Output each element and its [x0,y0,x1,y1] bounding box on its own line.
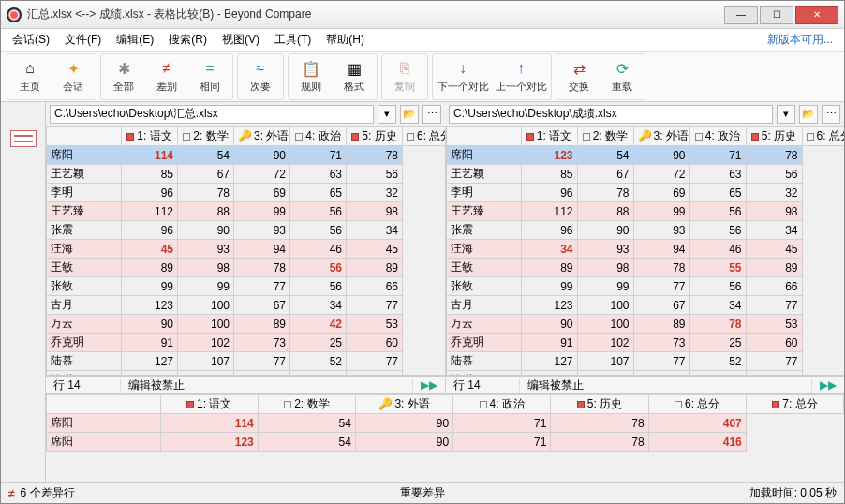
table-row[interactable]: 陆慕127107775277 [446,352,844,371]
cell-name[interactable]: 古月 [446,296,521,315]
cell-name[interactable]: 席阳 [47,433,161,452]
all-button[interactable]: ✱全部 [103,56,144,97]
right-open-button[interactable]: 📂 [799,105,818,124]
next-diff-button[interactable]: ↓下一个对比 [435,56,491,97]
cell-name[interactable]: 陆慕 [47,352,122,371]
col-header[interactable]: 4: 政治 [689,127,746,146]
cell[interactable]: 56 [689,277,746,296]
cell-name[interactable]: 钱琪 [446,371,521,376]
cell-name[interactable]: 王艺臻 [47,202,122,221]
cell[interactable]: 100 [178,296,234,315]
col-header[interactable]: 1: 语文 [160,395,258,414]
left-path-input[interactable]: C:\Users\echo\Desktop\汇总.xlsx [50,105,374,124]
cell[interactable]: 78 [689,315,746,334]
maximize-button[interactable]: ☐ [760,6,793,24]
cell[interactable]: 32 [347,184,403,202]
cell[interactable]: 90 [178,221,234,240]
cell[interactable]: 90 [577,221,633,240]
table-row[interactable]: 汪海3493944645 [446,240,844,259]
cell[interactable]: 99 [577,277,633,296]
cell-name[interactable]: 王艺颖 [47,165,122,184]
cell[interactable]: 416 [648,433,746,452]
cell-name[interactable]: 陆慕 [446,352,521,371]
cell-name[interactable]: 席阳 [47,146,122,165]
table-row[interactable]: 王艺颖8567726356 [47,165,445,184]
cell-name[interactable]: 席阳 [446,146,521,165]
cell[interactable]: 93 [577,240,633,259]
cell[interactable]: 71 [290,146,347,165]
cell[interactable]: 34 [347,221,403,240]
table-row[interactable]: 张敏9999775666 [47,277,445,296]
cell[interactable]: 127 [521,352,577,371]
cell[interactable]: 90 [633,146,689,165]
cell[interactable]: 96 [521,184,577,202]
cell[interactable]: 123 [160,433,258,452]
table-row[interactable]: 乔克明91102732560 [446,334,844,352]
cell[interactable]: 89 [521,259,577,277]
table-row[interactable]: 陆慕127107775277 [47,352,445,371]
cell[interactable]: 63 [689,165,746,184]
cell[interactable]: 83 [347,371,403,376]
cell[interactable]: 90 [355,433,452,452]
col-header[interactable]: 4: 政治 [453,395,551,414]
cell[interactable]: 127 [122,352,178,371]
cell[interactable]: 56 [290,277,347,296]
cell[interactable]: 89 [746,259,802,277]
cell[interactable]: 73 [633,334,689,352]
cell[interactable]: 67 [178,165,234,184]
cell-name[interactable]: 汪海 [47,240,122,259]
cell[interactable]: 96 [122,221,178,240]
cell[interactable]: 71 [453,433,551,452]
cell[interactable]: 99 [633,202,689,221]
cell[interactable]: 123 [521,146,577,165]
cell[interactable]: 67 [290,371,347,376]
table-row[interactable]: 王艺臻11288995698 [47,202,445,221]
cell[interactable]: 52 [290,352,347,371]
cell[interactable]: 45 [122,240,178,259]
right-grid[interactable]: 1: 语文2: 数学🔑3: 外语4: 政治5: 历史6: 总分席阳1235490… [446,126,845,375]
session-button[interactable]: ✦会话 [52,56,94,97]
col-header[interactable]: 6: 总分 [802,127,844,146]
table-row[interactable]: 李明9678696532 [446,184,844,202]
cell[interactable]: 34 [290,296,347,315]
cell[interactable]: 93 [234,221,290,240]
cell[interactable]: 54 [577,146,633,165]
cell[interactable]: 56 [347,165,403,184]
table-row[interactable]: 王艺颖8567726356 [446,165,844,184]
cell[interactable]: 32 [746,184,802,202]
cell[interactable]: 71 [453,414,551,433]
cell-name[interactable]: 席阳 [47,414,161,433]
cell[interactable]: 78 [746,146,802,165]
cell[interactable]: 89 [347,259,403,277]
cell-name[interactable]: 张敏 [446,277,521,296]
cell-name[interactable]: 王敏 [47,259,122,277]
cell[interactable]: 93 [633,221,689,240]
cell[interactable]: 90 [355,414,452,433]
cell[interactable]: 53 [347,315,403,334]
cell[interactable]: 66 [746,277,802,296]
col-header[interactable]: 5: 历史 [347,127,403,146]
cell[interactable]: 98 [178,259,234,277]
table-row[interactable]: 乔克明91102732560 [47,334,445,352]
cell-name[interactable]: 乔克明 [47,334,122,352]
cell-name[interactable]: 汪海 [446,240,521,259]
cell[interactable]: 54 [258,414,355,433]
cell[interactable]: 89 [633,315,689,334]
cell[interactable]: 45 [347,240,403,259]
cell[interactable]: 45 [746,240,802,259]
left-browse-button[interactable]: ⋯ [422,105,441,124]
cell-name[interactable]: 乔克明 [446,334,521,352]
cell[interactable]: 89 [234,315,290,334]
cell[interactable]: 60 [347,334,403,352]
rules-button[interactable]: 📋规则 [290,56,332,97]
cell[interactable]: 112 [122,202,178,221]
detail-grid[interactable]: 1: 语文2: 数学🔑3: 外语4: 政治5: 历史6: 总分7: 总分席阳11… [46,394,844,482]
cell[interactable]: 54 [178,146,234,165]
right-path-input[interactable]: C:\Users\echo\Desktop\成绩.xlsx [449,105,773,124]
cell[interactable]: 78 [551,433,648,452]
cell[interactable]: 55 [689,259,746,277]
same-button[interactable]: =相同 [189,56,230,97]
cell[interactable]: 85 [122,165,178,184]
cell[interactable]: 78 [577,184,633,202]
cell[interactable]: 60 [746,334,802,352]
